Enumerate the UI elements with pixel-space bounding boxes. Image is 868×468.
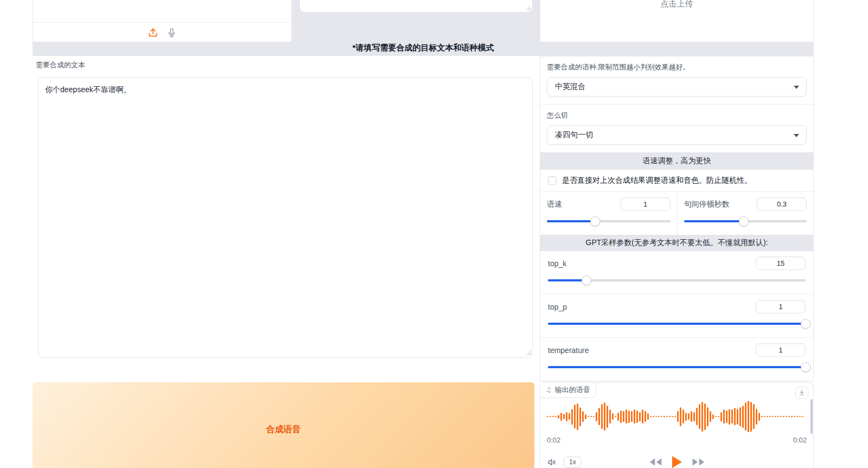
speech-speed-label: 语速 — [547, 200, 562, 209]
download-audio-button[interactable] — [795, 387, 808, 399]
reference-inputs-group: 点击上传 *请填写需要合成的目标文本和语种模式 — [33, 0, 814, 56]
temperature-row: temperature 1 — [540, 338, 813, 381]
top-k-slider[interactable] — [548, 275, 806, 285]
chevron-down-icon — [794, 134, 799, 137]
speech-speed-slider[interactable] — [547, 216, 671, 226]
chevron-down-icon — [794, 86, 799, 89]
top-p-row: top_p 1 — [540, 294, 813, 337]
output-audio-label-chip: ♫ 输出的语音 — [540, 383, 596, 398]
pause-seconds-cell: 句间停顿秒数 0.3 — [677, 192, 814, 235]
speech-speed-input[interactable]: 1 — [621, 197, 671, 211]
top-k-input[interactable]: 15 — [756, 257, 806, 270]
target-textarea-wrap — [33, 77, 534, 358]
click-upload-text[interactable]: 点击上传 — [540, 0, 813, 9]
current-time: 0:02 — [547, 436, 560, 444]
adjust-last-result-label: 是否直接对上次合成结果调整语速和音色。防止随机性。 — [562, 176, 752, 185]
pause-seconds-slider[interactable] — [684, 216, 807, 226]
play-button[interactable] — [671, 456, 683, 468]
speech-speed-cell: 语速 1 — [540, 192, 677, 235]
tts-app-page: 点击上传 *请填写需要合成的目标文本和语种模式 需要合成的文本 需要合成的语种.… — [0, 0, 868, 468]
language-label: 需要合成的语种.限制范围越小判别效果越好。 — [547, 62, 807, 72]
player-controls: 1x — [547, 454, 807, 468]
adjust-last-result-row: 是否直接对上次合成结果调整语速和音色。防止随机性。 — [540, 170, 813, 191]
record-microphone-icon[interactable] — [165, 26, 178, 39]
reference-audio-card — [33, 0, 292, 42]
top-p-slider[interactable] — [548, 319, 806, 329]
top-k-label: top_k — [548, 259, 566, 268]
cut-method-label: 怎么切 — [547, 111, 807, 120]
rewind-icon[interactable] — [649, 458, 662, 466]
synthesize-button[interactable]: 合成语音 — [33, 382, 534, 468]
language-field: 需要合成的语种.限制范围越小判别效果越好。 中英混合 — [540, 56, 813, 104]
adjust-last-result-checkbox[interactable] — [548, 176, 557, 185]
target-text-label: 需要合成的文本 — [36, 61, 85, 69]
target-text-column: 需要合成的文本 — [33, 56, 534, 381]
slider-handle[interactable] — [739, 216, 749, 226]
fast-forward-icon[interactable] — [692, 458, 705, 466]
pause-seconds-input[interactable]: 0.3 — [757, 197, 807, 211]
language-dropdown[interactable]: 中英混合 — [547, 77, 807, 97]
temperature-label: temperature — [548, 346, 589, 355]
time-row: 0:02 0:02 — [547, 436, 807, 444]
target-text-input[interactable] — [38, 77, 533, 358]
app-container: 点击上传 *请填写需要合成的目标文本和语种模式 需要合成的文本 需要合成的语种.… — [33, 0, 814, 468]
slider-handle[interactable] — [590, 216, 600, 226]
temperature-input[interactable]: 1 — [756, 343, 806, 357]
upload-audio-icon[interactable] — [146, 26, 159, 39]
temperature-slider[interactable] — [548, 362, 806, 372]
cut-method-field: 怎么切 凑四句一切 — [540, 105, 813, 152]
waveform[interactable] — [547, 399, 806, 434]
download-icon — [799, 389, 805, 396]
music-note-icon: ♫ — [546, 386, 552, 394]
slider-handle[interactable] — [801, 319, 810, 329]
speed-section-title: 语速调整，高为更快 — [540, 153, 814, 169]
top-p-input[interactable]: 1 — [756, 300, 806, 313]
language-value: 中英混合 — [555, 82, 585, 92]
reference-text-input[interactable] — [299, 0, 533, 12]
settings-column: 需要合成的语种.限制范围越小判别效果越好。 中英混合 怎么切 凑四句一切 — [540, 56, 814, 381]
main-row: 需要合成的文本 需要合成的语种.限制范围越小判别效果越好。 中英混合 — [33, 56, 814, 381]
slider-handle[interactable] — [801, 362, 810, 372]
audio-source-icons — [33, 23, 291, 42]
top-k-row: top_k 15 — [540, 251, 813, 294]
playhead-handle[interactable] — [810, 399, 813, 434]
slider-handle[interactable] — [582, 275, 591, 285]
target-text-section-title: *请填写需要合成的目标文本和语种模式 — [33, 43, 814, 53]
resize-handle-icon[interactable] — [526, 5, 531, 10]
top-p-label: top_p — [548, 303, 567, 311]
total-time: 0:02 — [793, 436, 807, 444]
output-audio-label: 输出的语音 — [555, 385, 590, 395]
speed-sliders-row: 语速 1 句间停顿秒数 0.3 — [540, 192, 813, 235]
output-audio-player: ♫ 输出的语音 0:02 0:02 — [540, 382, 814, 468]
speed-form: 是否直接对上次合成结果调整语速和音色。防止随机性。 语速 1 — [540, 169, 814, 235]
language-cut-form: 需要合成的语种.限制范围越小判别效果越好。 中英混合 怎么切 凑四句一切 — [540, 56, 814, 153]
cut-method-value: 凑四句一切 — [555, 130, 593, 140]
cut-method-dropdown[interactable]: 凑四句一切 — [547, 125, 807, 145]
gpt-params-form: top_k 15 top_p 1 — [540, 251, 814, 381]
pause-seconds-label: 句间停顿秒数 — [684, 200, 730, 209]
gpt-section-title: GPT采样参数(无参考文本时不要太低。不懂就用默认): — [540, 235, 814, 251]
aux-reference-upload-card[interactable]: 点击上传 — [540, 0, 814, 42]
bottom-row: 合成语音 ♫ 输出的语音 0:02 0:02 — [33, 382, 814, 468]
